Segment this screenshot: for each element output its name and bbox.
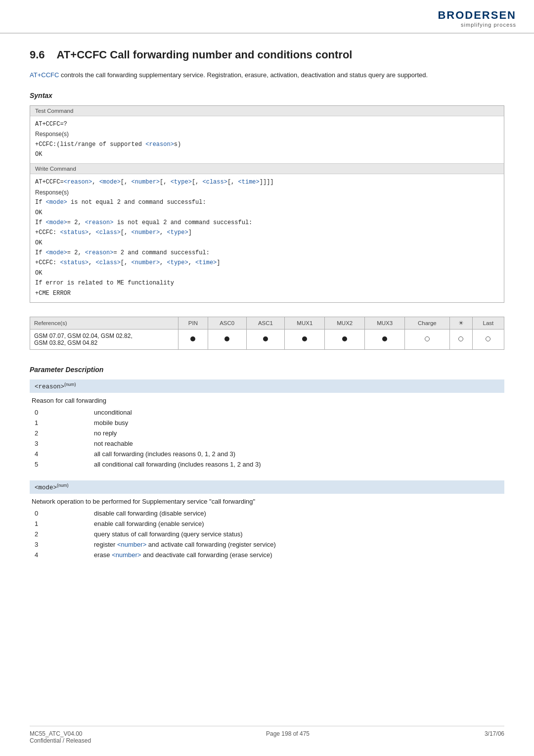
write-command-responses: If <mode> is not equal 2 and command suc…: [35, 197, 499, 298]
description-body: controls the call forwarding supplementa…: [59, 71, 428, 79]
logo-name: BRODERSEN: [438, 9, 516, 22]
col-mux3: MUX3: [365, 317, 405, 330]
list-item: 2 no reply: [30, 428, 504, 438]
dot-last: [472, 330, 504, 350]
mode-param-desc: Network operation to be performed for Su…: [30, 498, 504, 505]
write-command-content: AT+CCFC=<reason>, <mode>[, <number>[, <t…: [30, 174, 504, 302]
filled-dot: [190, 336, 195, 341]
reason-val-0-value: unconditional: [89, 407, 504, 418]
list-item: 4 all call forwarding (includes reasons …: [30, 449, 504, 459]
mode-val-4-value: erase <number> and deactivate call forwa…: [89, 550, 504, 560]
filled-dot: [342, 336, 347, 341]
col-charge: Charge: [405, 317, 449, 330]
list-item: 5 all conditional call forwarding (inclu…: [30, 459, 504, 470]
write-response-label: Response(s): [35, 188, 499, 197]
reason-val-5-key: 5: [30, 459, 89, 470]
footer-confidential: Confidential / Released: [30, 737, 91, 744]
mode-val-1-key: 1: [30, 519, 89, 529]
footer-date: 3/17/06: [485, 730, 504, 744]
test-response-label: Response(s): [35, 129, 499, 139]
test-command-content: AT+CCFC=? Response(s) +CCFC:(list/range …: [30, 116, 504, 164]
reason-val-2-value: no reply: [89, 428, 504, 438]
dot-star: [449, 330, 472, 350]
reason-param-section: <reason>(num) Reason for call forwarding…: [30, 379, 504, 470]
list-item: 3 not reachable: [30, 438, 504, 449]
mode-val-1-value: enable call forwarding (enable service): [89, 519, 504, 529]
test-command-text: AT+CCFC=?: [35, 119, 499, 129]
col-asc0: ASC0: [208, 317, 246, 330]
section-title: AT+CCFC Call forwarding number and condi…: [57, 48, 353, 61]
list-item: 3 register <number> and activate call fo…: [30, 539, 504, 550]
dot-pin: [178, 330, 208, 350]
list-item: 1 enable call forwarding (enable service…: [30, 519, 504, 529]
page-content: 9.6 AT+CCFC Call forwarding number and c…: [0, 34, 534, 611]
syntax-box: Test Command AT+CCFC=? Response(s) +CCFC…: [30, 105, 504, 303]
reason-param-desc: Reason for call forwarding: [30, 397, 504, 404]
write-command-label: Write Command: [30, 164, 504, 174]
col-mux2: MUX2: [325, 317, 365, 330]
list-item: 0 disable call forwarding (disable servi…: [30, 508, 504, 519]
col-asc1: ASC1: [246, 317, 285, 330]
section-heading: 9.6 AT+CCFC Call forwarding number and c…: [30, 48, 504, 61]
filled-dot: [224, 336, 229, 341]
dot-asc0: [208, 330, 246, 350]
list-item: 4 erase <number> and deactivate call for…: [30, 550, 504, 560]
mode-superscript: (num): [57, 483, 69, 488]
reason-val-3-value: not reachable: [89, 438, 504, 449]
empty-dot: [458, 336, 463, 341]
mode-val-0-value: disable call forwarding (disable service…: [89, 508, 504, 519]
mode-val-3-key: 3: [30, 539, 89, 550]
compatibility-table: Reference(s) PIN ASC0 ASC1 MUX1 MUX2 MUX…: [30, 317, 504, 350]
reason-val-1-key: 1: [30, 418, 89, 428]
filled-dot: [263, 336, 268, 341]
mode-val-2-value: query status of call forwarding (query s…: [89, 529, 504, 539]
mode-param-table: 0 disable call forwarding (disable servi…: [30, 508, 504, 560]
section-number: 9.6: [30, 48, 45, 61]
list-item: 2 query status of call forwarding (query…: [30, 529, 504, 539]
reason-superscript: (num): [64, 382, 76, 387]
at-ccfc-link[interactable]: AT+CCFC: [30, 71, 59, 79]
mode-val-4-key: 4: [30, 550, 89, 560]
mode-val-0-key: 0: [30, 508, 89, 519]
test-command-label: Test Command: [30, 106, 504, 116]
reason-val-5-value: all conditional call forwarding (include…: [89, 459, 504, 470]
footer-page: Page 198 of 475: [266, 730, 310, 744]
reason-val-2-key: 2: [30, 428, 89, 438]
footer-doc-id: MC55_ATC_V04.00: [30, 730, 91, 737]
footer-left: MC55_ATC_V04.00 Confidential / Released: [30, 730, 91, 744]
reason-val-4-value: all call forwarding (includes reasons 0,…: [89, 449, 504, 459]
reason-val-0-key: 0: [30, 407, 89, 418]
dot-asc1: [246, 330, 285, 350]
empty-dot: [486, 336, 490, 341]
mode-param-name: <mode>: [35, 484, 57, 491]
reference-text: GSM 07.07, GSM 02.04, GSM 02.82,GSM 03.8…: [30, 330, 178, 350]
reason-val-1-value: mobile busy: [89, 418, 504, 428]
list-item: 0 unconditional: [30, 407, 504, 418]
col-last: Last: [472, 317, 504, 330]
reason-param-table: 0 unconditional 1 mobile busy 2 no reply…: [30, 407, 504, 470]
mode-val-2-key: 2: [30, 529, 89, 539]
write-command-text: AT+CCFC=<reason>, <mode>[, <number>[, <t…: [35, 177, 499, 187]
dot-mux3: [365, 330, 405, 350]
mode-param-section: <mode>(num) Network operation to be perf…: [30, 480, 504, 560]
page-header: BRODERSEN simplifying process: [0, 0, 534, 34]
logo-tagline: simplifying process: [438, 22, 516, 28]
logo: BRODERSEN simplifying process: [438, 9, 516, 28]
write-command-row: Write Command AT+CCFC=<reason>, <mode>[,…: [30, 164, 504, 302]
filled-dot: [302, 336, 307, 341]
dot-mux1: [285, 330, 325, 350]
reason-val-4-key: 4: [30, 449, 89, 459]
description: AT+CCFC controls the call forwarding sup…: [30, 70, 504, 81]
compatibility-table-wrapper: Reference(s) PIN ASC0 ASC1 MUX1 MUX2 MUX…: [30, 317, 504, 350]
mode-val-3-value: register <number> and activate call forw…: [89, 539, 504, 550]
col-star: ☀: [449, 317, 472, 330]
list-item: 1 mobile busy: [30, 418, 504, 428]
param-desc-heading: Parameter Description: [30, 366, 504, 374]
reason-param-header: <reason>(num): [30, 379, 504, 393]
mode-param-header: <mode>(num): [30, 480, 504, 494]
filled-dot: [382, 336, 387, 341]
page-footer: MC55_ATC_V04.00 Confidential / Released …: [30, 726, 504, 744]
reason-val-3-key: 3: [30, 438, 89, 449]
ref-col-header: Reference(s): [30, 317, 178, 330]
dot-charge: [405, 330, 449, 350]
